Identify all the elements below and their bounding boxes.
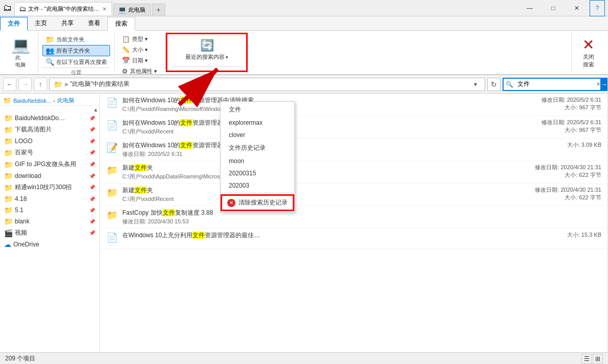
back-button[interactable]: ←: [3, 78, 16, 91]
file-details-3: 如何在Windows 10的文件资源管理器中清除搜索… 修改日期: 2020/5…: [122, 141, 563, 158]
sidebar-item-video[interactable]: 🎬 视频 📌: [0, 227, 99, 239]
search-input[interactable]: [515, 79, 596, 90]
tab-share-label: 共享: [61, 19, 74, 28]
subfolders-icon: 👥: [46, 47, 54, 55]
sidebar-item-418[interactable]: 📁 4.18 📌: [0, 193, 99, 204]
size-button[interactable]: 📏 大小 ▾: [119, 44, 161, 55]
window-icon: 🗂: [3, 3, 12, 13]
dropdown-item-moon[interactable]: moon: [221, 155, 294, 167]
sidebar-item-baidunetdisk[interactable]: 📁 BaiduNetdiskDo… 📌: [0, 112, 99, 124]
search-clear-button[interactable]: ✕: [596, 79, 600, 90]
pin-icon-10: 📌: [89, 219, 95, 224]
folder-icon-7: 📁: [4, 184, 13, 192]
sidebar-item-baijia[interactable]: 📁 百家号 📌: [0, 147, 99, 158]
sidebar-scroll-up[interactable]: ▲: [0, 107, 99, 112]
file-row-4[interactable]: 📁 新建文件夹 C:\用户\xxdd\AppData\Roaming\Micro…: [100, 161, 607, 184]
file-meta-7: 大小: 15.3 KB: [567, 231, 601, 239]
ribbon-group-refine: 📋 类型 ▾ 📏 大小 ▾ 📅 日期 ▾ ⚙ 其他属性 ▾ 优化: [115, 33, 166, 72]
tab-search[interactable]: 搜索: [107, 17, 135, 31]
folder-icon-1: 📁: [4, 114, 13, 122]
sidebar-item-gif-jpg[interactable]: 📁 GIF to JPG发微头条用 📌: [0, 158, 99, 170]
dropdown-item-wenjian[interactable]: 文件: [221, 103, 294, 117]
item-count: 209 个项目: [5, 354, 35, 363]
recent-icon: 🔄: [200, 39, 214, 52]
tab-file[interactable]: 文件: [0, 17, 28, 31]
date-icon: 📅: [122, 57, 130, 64]
other-props-icon: ⚙: [122, 67, 128, 75]
tab-2[interactable]: 💻 此电脑: [113, 4, 151, 16]
tab-home[interactable]: 主页: [28, 16, 54, 30]
file-row-1[interactable]: 📄 如何在Windows 10的文件资源管理器中清除搜索… C:\用户\xxdd…: [100, 94, 607, 116]
details-view-icon[interactable]: ☰: [581, 354, 592, 364]
maximize-button[interactable]: □: [541, 0, 565, 16]
address-chevron[interactable]: ▾: [470, 78, 481, 91]
dropdown-item-wenjian-history[interactable]: 文件历史记录: [221, 141, 294, 155]
tab-2-icon: 💻: [118, 6, 126, 14]
clear-history-button[interactable]: ✕ 清除搜索历史记录: [221, 194, 294, 211]
file-icon-2: 📄: [106, 120, 118, 131]
computer-icon: 💻: [11, 36, 30, 53]
file-row-3[interactable]: 📝 如何在Windows 10的文件资源管理器中清除搜索… 修改日期: 2020…: [100, 139, 607, 161]
sidebar-item-logo[interactable]: 📁 LOGO 📌: [0, 135, 99, 147]
help-button[interactable]: ?: [590, 0, 605, 16]
dropdown-item-explorermax[interactable]: explorermax: [221, 117, 294, 129]
pin-icon-5: 📌: [89, 162, 95, 167]
type-button[interactable]: 📋 类型 ▾: [119, 34, 161, 44]
recent-search-button[interactable]: 🔄 最近的搜索内容 ▾: [171, 37, 242, 63]
sidebar-item-download-hd[interactable]: 📁 下载高清图片 📌: [0, 124, 99, 135]
file-row-6[interactable]: 📁 FastCopy 加快文件复制速度 3.88 修改日期: 2020/4/30…: [100, 206, 607, 229]
forward-button[interactable]: →: [18, 78, 32, 91]
new-tab-button[interactable]: +: [152, 4, 165, 16]
dropdown-item-20200315[interactable]: 20200315: [221, 167, 294, 179]
sidebar-item-51[interactable]: 📁 5.1 📌: [0, 204, 99, 216]
refresh-button[interactable]: ↻: [487, 78, 501, 91]
file-details-7: 在Windows 10上充分利用文件资源管理器的最佳…: [122, 231, 563, 240]
dropdown-divider: [221, 193, 294, 193]
item-label-3: LOGO: [15, 138, 87, 145]
other-props-button[interactable]: ⚙ 其他属性 ▾: [119, 66, 161, 77]
address-bar[interactable]: 📁 » "此电脑"中的搜索结果 ▾: [49, 78, 485, 91]
baidu-label[interactable]: BaiduNetdisk...: [13, 98, 51, 104]
file-row-7[interactable]: 📄 在Windows 10上充分利用文件资源管理器的最佳… 大小: 15.3 K…: [100, 229, 607, 249]
dropdown-item-202003[interactable]: 202003: [221, 179, 294, 192]
large-icons-view-icon[interactable]: ⊞: [593, 354, 603, 364]
minimize-button[interactable]: —: [518, 0, 541, 16]
sidebar-item-onedrive[interactable]: ☁ OneDrive: [0, 239, 99, 250]
tab-share[interactable]: 共享: [54, 16, 81, 30]
file-path-3: 修改日期: 2020/5/2 6:31: [122, 150, 563, 158]
pin-icon-9: 📌: [89, 208, 95, 213]
this-pc-button[interactable]: 💻 此电脑: [7, 34, 34, 71]
file-row-5[interactable]: 📁 新建文件夹 C:\用户\xxdd\Recent 修改日期: 2020/4/3…: [100, 184, 607, 206]
thispc-label[interactable]: 此电脑: [57, 97, 74, 104]
up-button[interactable]: ↑: [34, 78, 47, 91]
item-label-2: 下载高清图片: [15, 125, 87, 134]
close-button[interactable]: ✕: [565, 0, 589, 16]
all-subfolders-button[interactable]: 👥 所有子文件夹: [42, 45, 110, 56]
sidebar-item-win10tips[interactable]: 📁 精通win10技巧300招 📌: [0, 181, 99, 193]
file-row-2[interactable]: 📄 如何在Windows 10的文件资源管理器中清除搜索… C:\用户\xxdd…: [100, 116, 607, 139]
view-icons: ☰ ⊞: [581, 354, 603, 364]
close-search-button[interactable]: ✕ 关闭搜索: [578, 34, 599, 71]
window-controls: — □ ✕ ?: [518, 0, 605, 16]
sidebar-item-download[interactable]: 📁 download 📌: [0, 170, 99, 181]
sidebar-item-blank[interactable]: 📁 blank 📌: [0, 216, 99, 227]
status-bar: 209 个项目 ☰ ⊞: [0, 352, 608, 364]
dropdown-item-clover[interactable]: clover: [221, 129, 294, 141]
reindex-button[interactable]: 🔍 在以下位置再次搜索: [42, 56, 110, 67]
main-layout: 📁 BaiduNetdisk... › 此电脑 ▲ 📁 BaiduNetdisk…: [0, 94, 608, 352]
current-folder-button[interactable]: 📁 当前文件夹: [42, 34, 110, 45]
file-meta-1: 修改日期: 2020/5/2 6:31 大小: 967 字节: [541, 96, 601, 111]
date-button[interactable]: 📅 日期 ▾: [119, 55, 161, 66]
search-go-button[interactable]: →: [600, 78, 607, 91]
file-name-5: 新建文件夹: [122, 186, 531, 195]
tab-view[interactable]: 查看: [81, 16, 107, 30]
pin-icon-1: 📌: [89, 116, 95, 121]
pin-icon-7: 📌: [89, 185, 95, 190]
tab-1[interactable]: 🗂 文件 - "此电脑"中的搜索结… ✕: [14, 2, 112, 15]
onedrive-icon: ☁: [4, 240, 11, 248]
file-meta-5: 修改日期: 2020/4/30 21:31 大小: 622 字节: [535, 186, 601, 201]
address-folder-icon: 📁: [54, 80, 62, 88]
file-path-1: C:\用户\xxdd\Roaming\Microsoft\Windows\最…: [122, 105, 537, 113]
tab-1-close[interactable]: ✕: [102, 6, 106, 12]
ribbon-tab-bar: 文件 主页 共享 查看 搜索: [0, 16, 608, 31]
